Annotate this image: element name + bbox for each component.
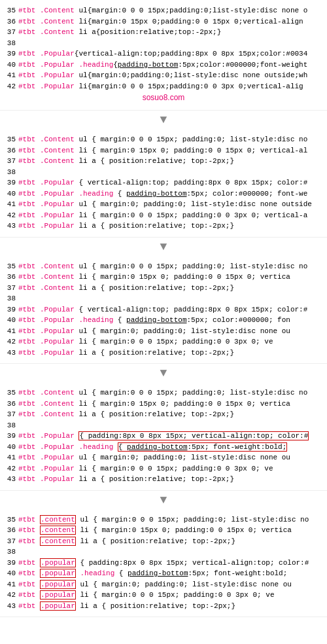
code-line: 38: [3, 420, 324, 431]
arrow-divider: ▼: [0, 111, 327, 129]
line-text: #tbt .Popular{vertical-align:top;padding…: [18, 48, 324, 60]
line-text: [18, 546, 324, 558]
code-line: 35#tbt .Content ul { margin:0 0 0 15px; …: [3, 261, 324, 272]
line-text: #tbt .Content li a { position:relative; …: [18, 283, 324, 294]
code-line: 42 #tbt .Popular li { margin:0 0 0 15px;…: [3, 336, 324, 348]
line-number: 40: [3, 315, 16, 326]
line-text: #tbt .Content ul{margin:0 0 0 15px;paddi…: [18, 5, 324, 16]
line-number: 37: [3, 156, 16, 167]
code-line: 37#tbt .Content li a{position:relative;t…: [3, 27, 324, 38]
code-line: 39#tbt .Popular { vertical-align:top; pa…: [3, 304, 324, 315]
line-number: 39: [3, 177, 16, 188]
line-number: 40: [3, 60, 16, 71]
line-text: #tbt .Popular ul{margin:0;padding:0;list…: [18, 70, 324, 81]
code-line: 39#tbt .Popular { padding:8px 0 8px 15px…: [3, 431, 324, 442]
sosuo-watermark: sosuo8.com: [3, 92, 324, 105]
line-number: 37: [3, 409, 16, 420]
code-line: 36 #tbt .Content li { margin:0 15px 0; p…: [3, 272, 324, 283]
line-text: #tbt .content li a { position:relative; …: [18, 536, 324, 547]
line-number: 41: [3, 199, 16, 210]
line-text: #tbt .Popular li a { position:relative; …: [18, 221, 324, 232]
line-number: 36: [3, 399, 16, 410]
line-number: 37: [3, 27, 16, 38]
line-text: #tbt .Content li{margin:0 15px 0;padding…: [18, 16, 324, 27]
line-number: 38: [3, 420, 16, 431]
line-text: #tbt .Content ul { margin:0 0 0 15px; pa…: [18, 387, 324, 399]
line-number: 42: [3, 81, 16, 92]
code-line: 37 #tbt .content li a { position:relativ…: [3, 536, 324, 547]
line-number: 42: [3, 463, 16, 474]
line-number: 35: [3, 261, 16, 272]
code-line: 39#tbt .Popular { vertical-align:top; pa…: [3, 177, 324, 188]
line-number: 40: [3, 442, 16, 453]
line-text: #tbt .Popular .heading { padding-bottom:…: [18, 442, 324, 453]
line-number: 35: [3, 514, 16, 526]
code-line: 41 #tbt .popular ul { margin:0; padding:…: [3, 579, 324, 590]
line-number: 37: [3, 536, 16, 547]
line-number: 43: [3, 601, 16, 612]
code-line: 41 #tbt .Popular ul { margin:0; padding:…: [3, 326, 324, 337]
code-line: 40#tbt .Popular .heading { padding-botto…: [3, 188, 324, 200]
line-number: 41: [3, 70, 16, 81]
code-line: 38: [3, 38, 324, 49]
line-number: 38: [3, 38, 16, 49]
line-number: 39: [3, 48, 16, 60]
code-section-5: 35#tbt .content ul { margin:0 0 0 15px; …: [0, 509, 327, 618]
line-number: 35: [3, 5, 16, 16]
arrow-divider: ▼: [0, 238, 327, 256]
line-text: #tbt .Popular ul { margin:0; padding:0; …: [18, 326, 324, 337]
line-text: #tbt .Popular li { margin:0 0 0 15px; pa…: [18, 336, 324, 348]
line-text: #tbt .Content li a { position:relative; …: [18, 156, 324, 167]
code-line: 40 #tbt .Popular .heading { padding-bott…: [3, 315, 324, 326]
line-text: [18, 293, 324, 304]
code-line: 39#tbt .popular { padding:8px 0 8px 15px…: [3, 558, 324, 569]
line-text: #tbt .content li { margin:0 15px 0; padd…: [18, 525, 324, 536]
line-number: 36: [3, 16, 16, 27]
line-text: #tbt .Popular li a { position:relative; …: [18, 474, 324, 485]
down-arrow-icon: ▼: [160, 367, 167, 380]
down-arrow-icon: ▼: [160, 113, 167, 126]
code-line: 36 #tbt .content li { margin:0 15px 0; p…: [3, 525, 324, 536]
line-number: 39: [3, 431, 16, 442]
line-text: #tbt .Popular ul { margin:0; padding:0; …: [18, 452, 324, 463]
down-arrow-icon: ▼: [160, 240, 167, 253]
code-line: 42 #tbt .Popular li { margin:0 0 0 15px;…: [3, 463, 324, 474]
line-text: #tbt .popular { padding:8px 0 8px 15px; …: [18, 558, 324, 569]
line-text: #tbt .Popular .heading { padding-bottom:…: [18, 188, 324, 200]
code-line: 42#tbt .Popular li { margin:0 0 0 15px; …: [3, 210, 324, 221]
line-text: #tbt .content ul { margin:0 0 0 15px; pa…: [18, 514, 324, 526]
line-number: 36: [3, 145, 16, 156]
line-text: #tbt .Content li a{position:relative;top…: [18, 27, 324, 38]
line-text: #tbt .Content li { margin:0 15px 0; padd…: [18, 399, 324, 410]
code-line: 35#tbt .Content ul { margin:0 0 0 15px; …: [3, 387, 324, 399]
code-section-3: 35#tbt .Content ul { margin:0 0 0 15px; …: [0, 256, 327, 365]
line-number: 39: [3, 558, 16, 569]
code-line: 38: [3, 546, 324, 558]
line-number: 42: [3, 590, 16, 601]
code-line: 36 #tbt .Content li { margin:0 15px 0; p…: [3, 399, 324, 410]
arrow-divider: ▼: [0, 364, 327, 382]
line-text: #tbt .Popular li a { position:relative; …: [18, 348, 324, 359]
code-line: 35#tbt .Content ul { margin:0 0 0 15px; …: [3, 134, 324, 145]
code-line: 43 #tbt .popular li a { position:relativ…: [3, 601, 324, 612]
line-text: #tbt .Popular li{margin:0 0 0 15px;paddi…: [18, 81, 324, 92]
down-arrow-icon: ▼: [160, 493, 167, 507]
code-line: 38: [3, 167, 324, 178]
line-number: 35: [3, 134, 16, 145]
code-line: 41 #tbt .Popular ul { margin:0; padding:…: [3, 452, 324, 463]
line-number: 42: [3, 336, 16, 348]
line-number: 41: [3, 452, 16, 463]
line-number: 43: [3, 348, 16, 359]
code-line: 38: [3, 293, 324, 304]
code-line: 36#tbt .Content li { margin:0 15px 0; pa…: [3, 145, 324, 156]
line-text: [18, 420, 324, 431]
code-line: 41#tbt .Popular ul { margin:0; padding:0…: [3, 199, 324, 210]
line-text: #tbt .popular ul { margin:0; padding:0; …: [18, 579, 324, 590]
line-number: 42: [3, 210, 16, 221]
code-line: 40#tbt .Popular .heading{padding-bottom:…: [3, 60, 324, 71]
code-line: 37 #tbt .Content li a { position:relativ…: [3, 283, 324, 294]
line-text: #tbt .Popular li { margin:0 0 0 15px; pa…: [18, 210, 324, 221]
line-number: 43: [3, 221, 16, 232]
line-number: 40: [3, 568, 16, 579]
line-text: #tbt .popular li { margin:0 0 0 15px; pa…: [18, 590, 324, 601]
